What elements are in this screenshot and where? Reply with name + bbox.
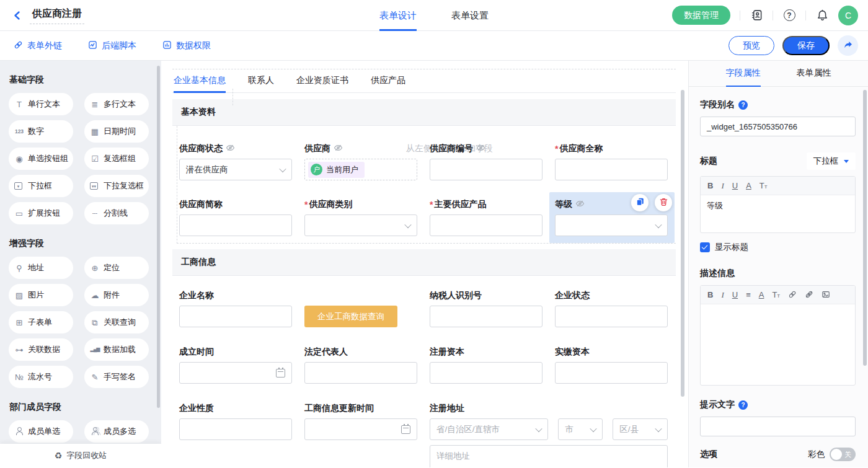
business-update-time-input[interactable] — [304, 418, 417, 440]
field-pill-datetime[interactable]: ▦日期时间 — [84, 120, 149, 143]
province-select[interactable]: 省/自治区/直辖市 — [430, 418, 548, 440]
field-pill-extend-button[interactable]: ▭扩展按钮 — [9, 202, 73, 224]
field-supplier[interactable]: 供应商 户 当前用户 — [304, 143, 417, 180]
underline-icon[interactable]: U — [732, 291, 738, 299]
share-button[interactable] — [838, 35, 858, 56]
backend-script-link[interactable]: 后端脚本 — [88, 40, 136, 51]
font-color-icon[interactable]: A — [746, 182, 751, 190]
field-business-update-time[interactable]: 工商信息更新时间 — [304, 403, 417, 440]
taxpayer-id-input[interactable] — [430, 306, 542, 327]
checkbox-checked-icon[interactable] — [700, 242, 710, 252]
field-pill-radio-group[interactable]: ◉单选按钮组 — [9, 148, 73, 170]
panel-scrollbar[interactable] — [863, 90, 867, 366]
paid-capital-input[interactable] — [555, 362, 668, 384]
form-title[interactable]: 供应商注册 — [30, 6, 84, 24]
title-content-input[interactable]: 等级 — [701, 195, 855, 232]
field-pill-subform[interactable]: ⊞子表单 — [9, 311, 73, 333]
tab-form-settings[interactable]: 表单设置 — [451, 0, 489, 31]
company-nature-input[interactable] — [179, 418, 292, 440]
field-company-status[interactable]: 企业状态 — [555, 290, 668, 327]
field-pill-member-single[interactable]: 成员单选 — [9, 420, 73, 443]
hint-text-input[interactable] — [700, 417, 856, 436]
field-supplier-full-name[interactable]: *供应商全称 — [555, 143, 668, 180]
notification-bell-icon[interactable] — [815, 9, 829, 22]
field-type-dropdown[interactable]: 下拉框 — [807, 152, 856, 170]
supplier-status-select[interactable]: 潜在供应商 — [179, 159, 292, 180]
level-select[interactable] — [555, 214, 668, 236]
supplier-code-input[interactable] — [430, 159, 542, 180]
insert-image-icon[interactable] — [822, 290, 830, 300]
form-external-link[interactable]: 表单外链 — [14, 40, 62, 51]
selected-widget-level[interactable]: 等级 — [549, 192, 675, 243]
delete-widget-button[interactable] — [655, 194, 672, 211]
data-manage-button[interactable]: 数据管理 — [672, 6, 730, 25]
help-icon[interactable]: ? — [738, 100, 748, 110]
field-pill-address[interactable]: ⚲地址 — [9, 257, 73, 279]
field-pill-attachment[interactable]: ☁附件 — [84, 284, 149, 306]
canvas-scrollbar[interactable] — [681, 90, 684, 397]
field-pill-image[interactable]: ▨图片 — [9, 284, 73, 306]
field-registered-address[interactable]: 注册地址 省/自治区/直辖市 市 区/县 — [430, 403, 668, 440]
supplier-full-name-input[interactable] — [555, 159, 668, 180]
field-company-nature[interactable]: 企业性质 — [179, 403, 292, 440]
tab-form-properties[interactable]: 表单属性 — [797, 61, 831, 87]
bold-icon[interactable]: B — [707, 291, 713, 299]
data-permission-link[interactable]: 数据权限 — [162, 40, 211, 51]
color-toggle-off[interactable]: 关 — [830, 448, 856, 461]
italic-icon[interactable]: I — [721, 182, 724, 190]
description-content-input[interactable] — [701, 304, 855, 385]
supplier-category-select[interactable] — [304, 214, 417, 236]
field-pill-data-load[interactable]: ▂▄▆数据加载 — [84, 338, 149, 361]
underline-icon[interactable]: U — [732, 182, 738, 190]
field-taxpayer-id[interactable]: 纳税人识别号 — [430, 290, 542, 327]
field-company-name[interactable]: 企业名称 — [179, 290, 292, 327]
section-header-business-info[interactable]: 工商信息 — [172, 249, 676, 276]
show-title-checkbox-row[interactable]: 显示标题 — [700, 242, 856, 253]
city-select[interactable]: 市 — [558, 418, 603, 440]
save-button[interactable]: 保存 — [782, 36, 830, 55]
detail-address-textarea[interactable]: 详细地址 — [430, 445, 668, 467]
supplier-user-field[interactable]: 户 当前用户 — [304, 159, 417, 180]
field-pill-single-line-text[interactable]: T单行文本 — [9, 93, 73, 115]
field-legal-person[interactable]: 法定代表人 — [304, 347, 417, 384]
field-pill-signature[interactable]: ✎手写签名 — [84, 366, 149, 388]
field-registered-capital[interactable]: 注册资本 — [430, 347, 542, 384]
district-select[interactable]: 区/县 — [613, 418, 668, 440]
help-icon[interactable]: ? — [738, 400, 748, 410]
preview-button[interactable]: 预览 — [728, 36, 774, 55]
field-pill-multi-line-text[interactable]: ≣多行文本 — [84, 93, 149, 115]
registered-capital-input[interactable] — [430, 362, 542, 384]
insert-link-icon[interactable] — [788, 290, 797, 300]
main-products-input[interactable] — [430, 214, 542, 236]
field-pill-serial-number[interactable]: №流水号 — [9, 366, 73, 388]
form-tab-qualifications[interactable]: 企业资质证书 — [296, 69, 348, 93]
established-date-input[interactable] — [179, 362, 292, 384]
form-tab-products[interactable]: 供应产品 — [371, 69, 405, 93]
field-pill-member-multi[interactable]: 成员多选 — [84, 420, 149, 443]
company-status-input[interactable] — [555, 306, 668, 327]
field-recycle-bin[interactable]: ♻ 字段回收站 — [0, 444, 161, 467]
italic-icon[interactable]: I — [721, 291, 724, 299]
bold-icon[interactable]: B — [707, 182, 713, 190]
field-paid-capital[interactable]: 实缴资本 — [555, 347, 668, 384]
field-alias-input[interactable]: _widget_1657505350766 — [700, 117, 856, 136]
field-established-date[interactable]: 成立时间 — [179, 347, 292, 384]
form-tab-contacts[interactable]: 联系人 — [248, 69, 274, 93]
form-tab-company-info[interactable]: 企业基本信息 — [174, 69, 226, 93]
field-pill-dropdown[interactable]: ▾下拉框 — [9, 175, 73, 197]
remove-link-icon[interactable] — [805, 290, 813, 300]
field-pill-divider[interactable]: ┄分割线 — [84, 202, 149, 224]
tab-field-properties[interactable]: 字段属性 — [726, 61, 761, 87]
field-supplier-category[interactable]: *供应商类别 — [304, 199, 417, 236]
align-icon[interactable]: ≡ — [746, 291, 751, 299]
field-pill-checkbox-group[interactable]: ☑复选框组 — [84, 148, 149, 170]
business-data-query-button[interactable]: 企业工商数据查询 — [304, 306, 397, 327]
section-header-basic-info[interactable]: 基本资料 — [172, 99, 676, 126]
font-size-icon[interactable]: TT — [760, 182, 768, 190]
field-pill-multi-dropdown[interactable]: ▾▾下拉复选框 — [84, 175, 149, 197]
supplier-short-name-input[interactable] — [179, 214, 292, 236]
field-pill-location[interactable]: ⊕定位 — [84, 257, 149, 279]
field-pill-linked-data[interactable]: ⊶关联数据 — [9, 338, 73, 361]
company-name-input[interactable] — [179, 306, 292, 327]
field-pill-linked-query[interactable]: ⧉关联查询 — [84, 311, 149, 333]
